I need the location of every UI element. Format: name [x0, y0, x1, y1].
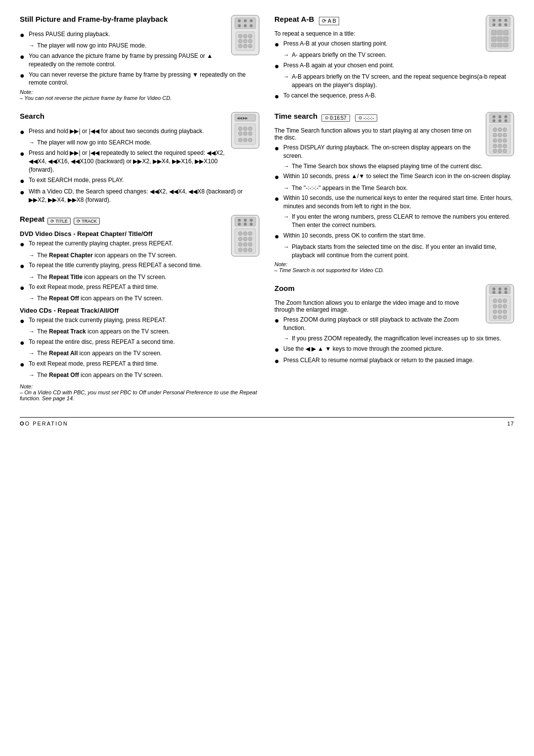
vcd-repeat-title: Video CDs - Repeat Track/All/Off — [20, 307, 260, 314]
remote-icon-zoom — [486, 284, 514, 324]
repeat-ab-section: Repeat A-B ⟳ A B To repeat a sequence in… — [274, 15, 514, 103]
arrow-icon: → — [283, 184, 290, 192]
list-item: ● To cancel the sequence, press A-B. — [274, 92, 514, 101]
svg-point-46 — [238, 242, 242, 246]
svg-point-25 — [238, 132, 242, 136]
svg-point-74 — [504, 115, 507, 118]
list-item: ● To exit SEARCH mode, press PLAY. — [20, 176, 260, 186]
svg-point-108 — [503, 304, 507, 308]
svg-point-77 — [504, 119, 507, 122]
svg-point-109 — [493, 310, 497, 314]
arrow-line: → The Repeat Chapter icon appears on the… — [29, 251, 226, 260]
svg-point-79 — [493, 128, 497, 132]
svg-point-85 — [493, 139, 497, 142]
bullet-dot: ● — [274, 92, 281, 101]
arrow-line: → The Repeat Off icon appears on the TV … — [29, 371, 260, 379]
svg-point-110 — [498, 310, 502, 314]
svg-point-12 — [238, 39, 242, 43]
svg-point-23 — [243, 127, 247, 131]
list-item: ● To repeat the track currently playing,… — [20, 316, 260, 326]
arrow-icon: → — [29, 42, 36, 50]
repeat-ab-title-box: Repeat A-B ⟳ A B — [274, 15, 481, 27]
svg-point-29 — [243, 138, 247, 142]
vcd-repeat-subsection: Video CDs - Repeat Track/All/Off ● To re… — [20, 307, 260, 379]
footer-peration: O peration — [25, 421, 68, 426]
still-picture-title-box: Still Picture and Frame-by-frame playbac… — [20, 15, 226, 27]
search-title-box: Search — [20, 112, 226, 124]
svg-point-107 — [498, 304, 502, 308]
bullet-dot: ● — [274, 316, 281, 325]
footer-o: O — [20, 421, 25, 426]
list-item: ● Press CLEAR to resume normal playback … — [274, 356, 514, 366]
remote-icon-ab — [486, 15, 514, 52]
list-item: ● Press DISPLAY during playback. The on-… — [274, 143, 481, 160]
still-picture-note: Note: – You can not reverse the picture … — [20, 89, 260, 101]
arrow-line: → Playback starts from the selected time… — [283, 243, 514, 260]
list-item: ● To exit Repeat mode, press REPEAT a th… — [20, 360, 260, 369]
svg-point-16 — [243, 44, 247, 48]
clock-icon: ⊙ — [325, 115, 329, 120]
arrow-icon: → — [283, 162, 290, 171]
zoom-section: Zoom The Zoom function allows you to enl… — [274, 284, 514, 368]
arrow-line: → The Repeat Track icon appears on the T… — [29, 328, 260, 336]
arrow-line: → The Repeat Title icon appears on the T… — [29, 273, 260, 282]
svg-point-41 — [243, 232, 247, 236]
svg-point-15 — [238, 44, 242, 48]
bullet-dot: ● — [20, 261, 27, 271]
bullet-dot: ● — [274, 40, 281, 49]
repeat-title-box: Repeat ⟳ TITLE ⟳ TRACK — [20, 215, 226, 227]
svg-text:◀◀ ▶▶: ◀◀ ▶▶ — [237, 116, 248, 120]
arrow-icon: → — [29, 273, 36, 282]
svg-point-14 — [248, 39, 252, 43]
svg-rect-67 — [491, 43, 496, 47]
svg-point-11 — [248, 34, 252, 38]
svg-point-44 — [243, 237, 247, 241]
svg-point-5 — [238, 24, 241, 27]
svg-point-57 — [492, 23, 495, 26]
page-number: 17 — [507, 421, 514, 426]
bullet-dot: ● — [274, 172, 281, 182]
zoom-title: Zoom — [274, 284, 295, 293]
list-item: ● Press A-B again at your chosen end poi… — [274, 61, 514, 71]
svg-point-89 — [498, 144, 502, 148]
svg-point-101 — [504, 291, 507, 294]
repeat-track-icon: ⟳ TRACK — [74, 218, 100, 225]
list-item: ● Press ZOOM during playback or still pl… — [274, 316, 481, 332]
svg-point-27 — [248, 132, 252, 136]
still-picture-section: Still Picture and Frame-by-frame playbac… — [20, 15, 260, 103]
bullet-dot: ● — [274, 61, 281, 71]
arrow-line: → A-B appears briefly on the TV screen, … — [283, 73, 514, 90]
still-picture-bullets: ● Press PAUSE during playback. → The pla… — [20, 30, 260, 87]
list-item: ● To repeat the entire disc, press REPEA… — [20, 338, 260, 347]
svg-point-59 — [504, 23, 507, 26]
repeat-ab-title: Repeat A-B — [274, 15, 314, 24]
svg-point-51 — [248, 248, 252, 252]
svg-point-93 — [503, 149, 507, 153]
svg-point-2 — [238, 19, 241, 22]
repeat-note: Note: – On a Video CD with PBC, you must… — [20, 383, 260, 401]
svg-point-6 — [244, 24, 247, 27]
svg-point-96 — [492, 287, 495, 290]
svg-point-100 — [498, 291, 501, 294]
bullet-dot: ● — [20, 360, 27, 369]
svg-point-50 — [243, 248, 247, 252]
svg-point-28 — [238, 138, 242, 142]
time-search-section: Time search ⊙ 0:16:57 ⊙ -:-:-:- The Time… — [274, 112, 514, 275]
bullet-dot: ● — [20, 52, 27, 61]
list-item: ● Press PAUSE during playback. — [20, 30, 226, 40]
svg-point-30 — [248, 138, 252, 142]
svg-point-111 — [503, 310, 507, 314]
svg-point-35 — [250, 219, 253, 222]
note-label: Note: — [274, 261, 287, 267]
time-search-note: Note: – Time Search is not supported for… — [274, 261, 514, 273]
svg-point-33 — [238, 219, 241, 222]
svg-point-80 — [498, 128, 502, 132]
svg-point-54 — [492, 19, 495, 22]
footer-operation-label: OO peration — [20, 421, 68, 426]
repeat-ab-bullets: ● Press A-B at your chosen starting poin… — [274, 40, 514, 101]
svg-point-81 — [503, 128, 507, 132]
time-search-bullets: ● Press DISPLAY during playback. The on-… — [274, 143, 514, 259]
time-search-title-box: Time search ⊙ 0:16:57 ⊙ -:-:-:- — [274, 112, 481, 124]
svg-point-47 — [243, 242, 247, 246]
remote-icon-search: ◀◀ ▶▶ — [231, 112, 260, 149]
